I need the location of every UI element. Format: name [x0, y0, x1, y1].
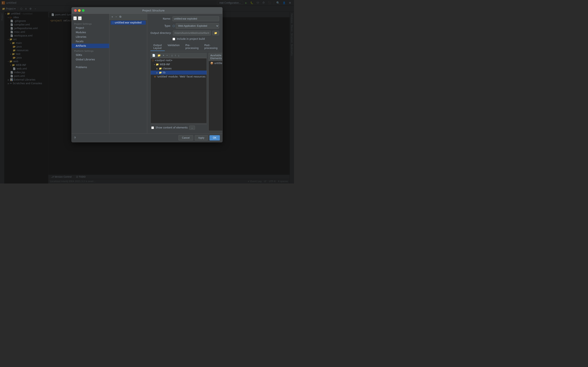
separator	[169, 54, 170, 57]
output-dir-label: Output directory:	[150, 32, 171, 34]
output-dir-input[interactable]	[173, 31, 211, 35]
include-label[interactable]: Include in project build	[177, 38, 205, 40]
remove-artifact-button[interactable]: −	[115, 15, 118, 19]
folder-icon: 📁	[159, 67, 162, 70]
nav-item-facets[interactable]: Facets	[72, 39, 109, 44]
add-element-button[interactable]: +	[162, 53, 165, 57]
modal-body: ← → Project Settings Project Modules Lib…	[72, 14, 222, 133]
minimize-button[interactable]	[78, 9, 81, 12]
tree-item-label: classes	[163, 67, 172, 70]
tree-module-facet[interactable]: ⚙ 'untitled' module: 'Web' facet resourc…	[151, 75, 207, 79]
type-label: Type:	[150, 25, 171, 27]
back-button[interactable]: ←	[73, 16, 77, 20]
nav-item-modules[interactable]: Modules	[72, 30, 109, 35]
arrow-down-icon: ▾	[154, 63, 155, 66]
tree-item-label: 'untitled' module: 'Web' facet resources	[157, 75, 205, 78]
apply-button[interactable]: Apply	[195, 135, 208, 141]
project-settings-label: Project Settings	[72, 21, 109, 26]
remove-element-button[interactable]: −	[165, 53, 169, 57]
available-elements-panel: Available Elements ? 📦 untitled	[208, 53, 222, 131]
show-content-checkbox[interactable]	[151, 126, 154, 129]
name-input[interactable]	[173, 16, 219, 21]
tab-output-layout[interactable]: Output Layout	[150, 43, 165, 51]
type-icon: ⬡	[173, 24, 175, 27]
zoom-button[interactable]	[82, 9, 85, 12]
modal-footer: ? Cancel Apply OK	[72, 133, 222, 142]
available-header: Available Elements ?	[209, 53, 222, 61]
include-checkbox-row: Include in project build	[150, 38, 219, 40]
module-icon: 📦	[210, 62, 213, 65]
include-checkbox[interactable]	[173, 38, 175, 40]
project-structure-modal: Project Structure ← → Project Settings P…	[71, 7, 223, 142]
artifact-tree-toolbar: 📄 📁 + − ↕ ↑ ↓	[150, 53, 207, 58]
artifacts-list-panel: + − ⧉ ⬡ untitled:war exploded	[109, 14, 147, 133]
nav-item-libraries[interactable]: Libraries	[72, 35, 109, 39]
move-down-button[interactable]: ↓	[177, 53, 180, 57]
tree-webinf[interactable]: ▾ 📁 WEB-INF	[151, 62, 207, 67]
forward-button[interactable]: →	[78, 16, 81, 20]
arrow-right-icon: ▶	[156, 67, 158, 70]
output-dir-row: Output directory: 📁	[150, 31, 219, 35]
artifact-tree-panel: ⬡ <output root> ▾ 📁 WEB-INF	[150, 58, 207, 123]
type-select-wrapper: ⬡ Web Application: Exploded	[173, 23, 219, 29]
arrow-right-icon: ▶	[156, 72, 158, 74]
output-layout-panel: 📄 📁 + − ↕ ↑ ↓	[150, 53, 207, 131]
tree-classes[interactable]: ▶ 📁 classes	[151, 67, 207, 71]
folder-icon: 📁	[156, 63, 159, 66]
tree-item-label: lib	[163, 71, 165, 74]
folder-icon: 📁	[159, 71, 162, 74]
copy-artifact-button[interactable]: ⧉	[119, 15, 122, 19]
modal-nav-header: ← →	[72, 16, 109, 21]
artifact-tree-area: 📄 📁 + − ↕ ↑ ↓	[150, 53, 219, 131]
output-root-icon: ⬡	[152, 59, 154, 62]
nav-item-problems[interactable]: Problems	[72, 65, 109, 69]
show-content-label[interactable]: Show content of elements	[156, 126, 188, 129]
ok-button[interactable]: OK	[209, 135, 220, 141]
nav-item-project[interactable]: Project	[72, 26, 109, 30]
show-content-row: Show content of elements ...	[150, 124, 207, 131]
tree-output-root[interactable]: ⬡ <output root>	[151, 58, 207, 62]
artifacts-area: + − ⧉ ⬡ untitled:war exploded	[109, 14, 222, 133]
available-item-label: untitled	[214, 62, 222, 65]
cancel-button[interactable]: Cancel	[178, 135, 193, 141]
type-select[interactable]: Web Application: Exploded	[176, 23, 219, 29]
artifact-config-panel: Name: Type: ⬡ Web Application: Exploded	[147, 14, 222, 133]
ellipsis-button[interactable]: ...	[189, 125, 195, 130]
tree-item-label: WEB-INF	[160, 63, 170, 66]
modal-overlay: Project Structure ← → Project Settings P…	[0, 0, 294, 184]
tab-maven[interactable]: Maven	[220, 43, 222, 51]
artifact-name: untitled:war exploded	[115, 21, 141, 24]
tab-pre-processing[interactable]: Pre-processing	[182, 43, 201, 51]
close-button[interactable]	[74, 9, 77, 12]
nav-item-sdks[interactable]: SDKs	[72, 53, 109, 57]
available-label: Available Elements	[210, 54, 222, 60]
name-row: Name:	[150, 16, 219, 21]
name-label: Name:	[150, 17, 171, 20]
add-dir-button[interactable]: 📁	[156, 53, 162, 57]
artifact-list-item[interactable]: ⬡ untitled:war exploded	[109, 20, 147, 25]
module-icon: ⚙	[154, 75, 156, 78]
tree-lib[interactable]: ▶ 📁 lib	[151, 71, 207, 75]
tree-item-label: <output root>	[155, 59, 173, 62]
modal-title-bar: Project Structure	[72, 7, 222, 14]
type-row: Type: ⬡ Web Application: Exploded	[150, 23, 219, 29]
platform-settings-label: Platform Settings	[72, 48, 109, 53]
sort-button[interactable]: ↕	[171, 53, 173, 57]
traffic-lights	[74, 9, 85, 12]
nav-item-artifacts[interactable]: Artifacts	[72, 44, 109, 48]
footer-buttons: Cancel Apply OK	[178, 135, 220, 141]
add-artifact-button[interactable]: +	[111, 15, 114, 19]
modal-title: Project Structure	[87, 9, 220, 12]
modal-inner-tabs: Output Layout Validation Pre-processing …	[150, 43, 219, 51]
browse-output-button[interactable]: 📁	[212, 31, 219, 35]
move-up-button[interactable]: ↑	[174, 53, 177, 57]
tab-post-processing[interactable]: Post-processing	[201, 43, 221, 51]
modal-nav: ← → Project Settings Project Modules Lib…	[72, 14, 109, 133]
nav-item-global-libraries[interactable]: Global Libraries	[72, 57, 109, 62]
available-item-untitled[interactable]: 📦 untitled	[209, 61, 222, 66]
add-file-button[interactable]: 📄	[151, 53, 156, 57]
artifact-icon: ⬡	[112, 21, 114, 24]
help-button[interactable]: ?	[74, 136, 76, 140]
tab-validation[interactable]: Validation	[165, 43, 182, 51]
